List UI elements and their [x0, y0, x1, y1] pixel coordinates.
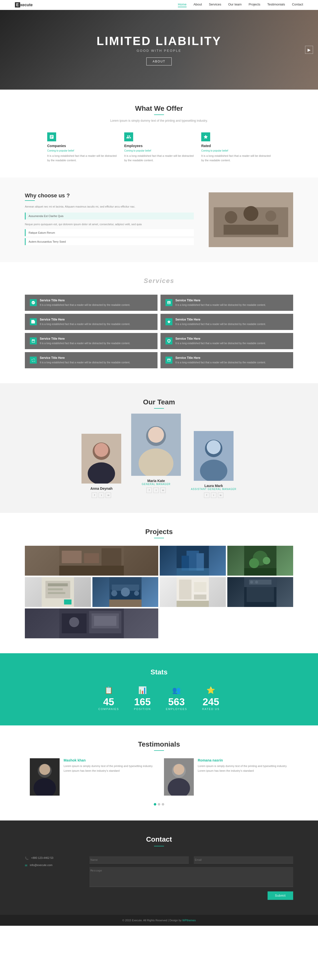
nav-about[interactable]: About	[193, 3, 202, 7]
project-item-2[interactable]	[227, 546, 293, 576]
svg-point-3	[244, 206, 258, 221]
offer-card-1: Employees Coming to popular belief It is…	[124, 132, 194, 162]
contact-email-item: ✉ info@execute.com	[25, 864, 74, 867]
testimonial-1: Romana nasrin Lorem ipsum is simply dumm…	[164, 758, 288, 795]
svg-point-60	[69, 617, 79, 627]
project-item-4[interactable]	[92, 577, 158, 607]
team-title: Our Team	[25, 398, 293, 406]
svg-rect-49	[194, 595, 206, 600]
service-icon-4	[30, 337, 37, 344]
team-section: Our Team Anna Deynah f t in	[0, 383, 318, 513]
service-icon-0	[30, 299, 37, 306]
service-card-0-text: Service Title Here It is a long establis…	[40, 299, 130, 307]
stat-position-icon: 📊	[134, 686, 151, 694]
hero-title: LIMITED LIABILITY	[97, 34, 221, 48]
nav-team[interactable]: Our team	[228, 3, 242, 7]
facebook-icon-0[interactable]: f	[92, 493, 97, 498]
contact-info: 📞 +880 123-4462 53 ✉ info@execute.com	[25, 856, 74, 900]
dot-2[interactable]	[158, 803, 160, 805]
testimonial-text-0: Mashok khan Lorem ipsum is simply dummy …	[63, 758, 154, 795]
nav-services[interactable]: Services	[209, 3, 221, 7]
nav-links: Home About Services Our team Projects Te…	[178, 3, 303, 7]
contact-row-1	[89, 856, 293, 864]
dot-3[interactable]	[162, 803, 164, 805]
stat-employees-icon: 👥	[166, 686, 187, 694]
nav-testimonials[interactable]: Testimonials	[267, 3, 285, 7]
twitter-icon-0[interactable]: t	[99, 493, 104, 498]
stats-title: Stats	[25, 668, 293, 676]
why-item-0[interactable]: Assumenda Est Clarihe Quis	[25, 213, 194, 220]
hero-about-button[interactable]: ABOUT	[146, 57, 171, 65]
svg-point-4	[265, 210, 276, 221]
service-icon-7	[166, 356, 172, 364]
project-item-6[interactable]	[227, 577, 293, 607]
service-card-1: Service Title Here It is a long establis…	[160, 295, 293, 311]
testimonials-section: Testimonials Mashok khan Lorem ipsum is …	[0, 725, 318, 821]
submit-button[interactable]: Submit	[267, 891, 293, 900]
team-photo-0	[81, 434, 121, 484]
svg-point-42	[111, 590, 117, 596]
why-item-2[interactable]: Autem Accusantius Terry Soed	[25, 238, 194, 245]
linkedin-icon-0[interactable]: in	[106, 493, 111, 498]
name-input[interactable]	[89, 856, 189, 864]
stat-employees-number: 563	[166, 696, 187, 708]
svg-point-69	[173, 764, 184, 775]
footer-author-link[interactable]: WPthemes	[182, 919, 196, 922]
nav-projects[interactable]: Projects	[249, 3, 260, 7]
why-item-1[interactable]: Ratque Eatum Rerum	[25, 229, 194, 236]
svg-point-2	[225, 211, 237, 223]
project-item-7[interactable]	[25, 608, 158, 638]
hero-section: LIMITED LIABILITY GOOD WITH PEOPLE ABOUT…	[0, 10, 318, 89]
svg-rect-38	[64, 600, 71, 605]
svg-rect-26	[196, 553, 204, 571]
facebook-icon-2[interactable]: f	[204, 493, 209, 498]
svg-rect-50	[177, 601, 209, 607]
stat-rated-label: Rated Us	[202, 708, 220, 711]
project-item-3[interactable]	[25, 577, 91, 607]
stat-companies-label: Companies	[98, 708, 119, 711]
offer-title: What We Offer	[25, 105, 293, 113]
svg-point-31	[263, 557, 270, 565]
service-card-2-text: Service Title Here It is a long establis…	[40, 318, 130, 326]
twitter-icon-1[interactable]: t	[153, 487, 159, 493]
project-item-5[interactable]	[160, 577, 226, 607]
team-photo-2	[194, 431, 234, 481]
hero-content: LIMITED LIABILITY GOOD WITH PEOPLE ABOUT	[97, 34, 221, 65]
testimonial-photo-0	[30, 758, 60, 795]
linkedin-icon-1[interactable]: in	[160, 487, 166, 493]
twitter-icon-2[interactable]: t	[211, 493, 217, 498]
linkedin-icon-2[interactable]: in	[218, 493, 223, 498]
service-card-4: Service Title Here It is a long establis…	[25, 333, 158, 349]
offer-card-0-text: It is a long established fact that a rea…	[47, 154, 117, 162]
contact-email: info@execute.com	[30, 864, 52, 867]
nav-home[interactable]: Home	[178, 3, 187, 7]
why-intro: Aenean aliquet nec mi et lacinia. Aliqua…	[25, 204, 194, 209]
svg-point-43	[121, 587, 130, 597]
stat-rated-number: 245	[202, 696, 220, 708]
why-inner: Why choose us ? Aenean aliquet nec mi et…	[25, 192, 293, 247]
svg-rect-47	[179, 579, 191, 600]
testimonials-underline	[154, 750, 164, 751]
employees-icon	[124, 132, 133, 142]
testimonials-title: Testimonials	[25, 740, 293, 748]
nav-contact[interactable]: Contact	[292, 3, 303, 7]
team-member-2-name: Laura Mark	[191, 484, 236, 488]
why-image	[209, 192, 293, 247]
svg-rect-52	[247, 587, 274, 602]
project-item-1[interactable]	[160, 546, 226, 576]
project-item-0[interactable]	[25, 546, 158, 576]
svg-rect-27	[177, 568, 209, 576]
projects-grid	[25, 546, 293, 638]
svg-rect-5	[224, 225, 278, 235]
facebook-icon-1[interactable]: f	[146, 487, 152, 493]
offer-card-0-subtitle: Coming to popular belief	[47, 149, 117, 153]
offer-card-2: Rated Coming to popular belief It is a l…	[201, 132, 271, 162]
projects-section: Projects	[0, 513, 318, 653]
message-input[interactable]	[89, 867, 293, 887]
svg-rect-19	[62, 551, 82, 563]
dot-1[interactable]	[154, 803, 156, 805]
offer-card-2-text: It is a long established fact that a rea…	[201, 154, 271, 162]
offer-subtitle: Lorem ipsum is simply dummy text of the …	[25, 119, 293, 123]
email-input[interactable]	[194, 856, 293, 864]
hero-next-arrow[interactable]: ▶	[305, 46, 313, 54]
